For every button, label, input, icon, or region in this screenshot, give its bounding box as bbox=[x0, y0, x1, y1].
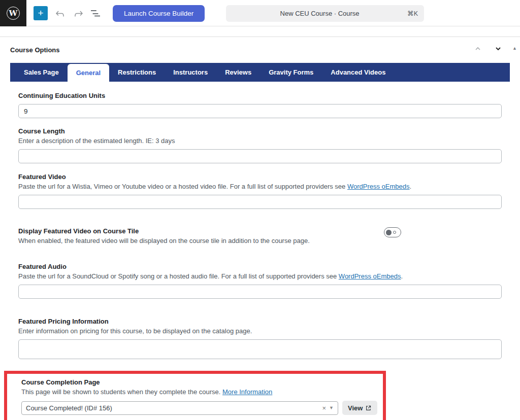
course-completion-select[interactable]: Course Completed! (ID# 156) × ▼ bbox=[21, 401, 338, 415]
wordpress-oembeds-link[interactable]: WordPress oEmbeds bbox=[339, 272, 401, 280]
featured-audio-desc-text: Paste the url for a SoundCloud or Spotif… bbox=[18, 272, 339, 280]
field-course-completion-page: Course Completion Page This page will be… bbox=[21, 378, 383, 415]
featured-pricing-input[interactable] bbox=[18, 339, 502, 359]
tab-gravity-forms[interactable]: Gravity Forms bbox=[260, 63, 322, 82]
external-link-icon bbox=[365, 405, 372, 411]
general-tab-content: Continuing Education Units Course Length… bbox=[0, 82, 520, 420]
scroll-up-arrow-icon[interactable]: ▲ bbox=[512, 46, 517, 51]
featured-audio-desc-period: . bbox=[401, 272, 403, 280]
list-view-button[interactable] bbox=[89, 8, 102, 20]
ceu-input[interactable] bbox=[18, 104, 502, 118]
featured-video-label: Featured Video bbox=[18, 173, 502, 181]
editor-top-bar: W + Launch Course Builder New CEU Course… bbox=[0, 0, 520, 26]
document-title: New CEU Course · Course bbox=[232, 10, 407, 17]
featured-video-desc-period: . bbox=[410, 183, 412, 190]
ceu-label: Continuing Education Units bbox=[18, 92, 502, 100]
display-featured-video-label: Display Featured Video on Course Tile bbox=[18, 227, 502, 235]
featured-audio-input[interactable] bbox=[18, 285, 502, 299]
collapse-panel-button[interactable] bbox=[494, 45, 503, 54]
add-block-button[interactable]: + bbox=[34, 6, 48, 20]
course-completion-desc-text: This page will be shown to students when… bbox=[21, 388, 222, 396]
wordpress-logo-icon: W bbox=[7, 7, 20, 20]
panel-title: Course Options bbox=[10, 46, 60, 54]
launch-course-builder-button[interactable]: Launch Course Builder bbox=[113, 5, 205, 22]
tab-sales-page[interactable]: Sales Page bbox=[15, 63, 68, 82]
course-length-description: Enter a description of the estimated len… bbox=[18, 137, 502, 145]
redo-button[interactable] bbox=[73, 8, 85, 20]
view-page-button[interactable]: View bbox=[342, 401, 377, 415]
more-information-link[interactable]: More Information bbox=[222, 388, 272, 396]
field-featured-audio: Featured Audio Paste the url for a Sound… bbox=[18, 263, 502, 299]
featured-audio-label: Featured Audio bbox=[18, 263, 502, 271]
field-featured-video: Featured Video Paste the url for a Wisti… bbox=[18, 173, 502, 209]
field-course-length: Course Length Enter a description of the… bbox=[18, 127, 502, 163]
command-palette[interactable]: New CEU Course · Course ⌘K bbox=[226, 5, 424, 22]
course-length-label: Course Length bbox=[18, 127, 502, 135]
undo-icon bbox=[54, 14, 66, 21]
toggle-dot-icon bbox=[393, 231, 396, 234]
toggle-knob-icon bbox=[386, 230, 392, 235]
featured-video-desc-text: Paste the url for a Wistia, Vimeo or You… bbox=[18, 183, 347, 190]
wordpress-oembeds-link[interactable]: WordPress oEmbeds bbox=[347, 183, 410, 190]
panel-header: Course Options ▲ bbox=[0, 37, 520, 63]
display-featured-video-description: When enabled, the featured video will be… bbox=[18, 237, 502, 245]
featured-video-input[interactable] bbox=[18, 195, 502, 209]
chevron-down-icon bbox=[494, 45, 502, 53]
chevron-up-icon bbox=[474, 45, 482, 53]
redo-icon bbox=[73, 8, 85, 21]
list-view-icon bbox=[89, 14, 102, 21]
tab-advanced-videos[interactable]: Advanced Videos bbox=[322, 63, 394, 82]
dropdown-arrow-icon[interactable]: ▼ bbox=[329, 405, 334, 410]
featured-pricing-label: Featured Pricing Information bbox=[18, 318, 502, 326]
course-completion-label: Course Completion Page bbox=[21, 378, 383, 387]
tab-instructors[interactable]: Instructors bbox=[165, 63, 216, 82]
featured-pricing-description: Enter information on pricing for this co… bbox=[18, 327, 502, 335]
tab-restrictions[interactable]: Restrictions bbox=[109, 63, 165, 82]
wordpress-logo[interactable]: W bbox=[0, 0, 26, 26]
display-featured-video-toggle[interactable] bbox=[384, 227, 401, 237]
field-display-featured-video: Display Featured Video on Course Tile Wh… bbox=[18, 227, 502, 245]
featured-audio-description: Paste the url for a SoundCloud or Spotif… bbox=[18, 272, 502, 281]
selected-page-value: Course Completed! (ID# 156) bbox=[26, 404, 319, 412]
move-panel-up-button[interactable] bbox=[473, 45, 482, 54]
featured-video-description: Paste the url for a Wistia, Vimeo or You… bbox=[18, 183, 502, 191]
clear-selection-icon[interactable]: × bbox=[319, 404, 329, 412]
command-shortcut: ⌘K bbox=[407, 10, 418, 17]
course-completion-controls: Course Completed! (ID# 156) × ▼ View bbox=[21, 401, 383, 415]
view-button-label: View bbox=[348, 404, 363, 412]
highlight-annotation-box: Course Completion Page This page will be… bbox=[4, 371, 386, 420]
field-featured-pricing: Featured Pricing Information Enter infor… bbox=[18, 318, 502, 359]
undo-button[interactable] bbox=[54, 8, 66, 20]
tab-general[interactable]: General bbox=[68, 64, 109, 82]
tab-reviews[interactable]: Reviews bbox=[216, 63, 260, 82]
course-completion-description: This page will be shown to students when… bbox=[21, 388, 383, 396]
course-options-panel: Course Options ▲ Sales Page General Rest… bbox=[0, 37, 520, 420]
canvas-gap bbox=[0, 26, 520, 37]
course-length-input[interactable] bbox=[18, 149, 502, 163]
course-options-tab-bar: Sales Page General Restrictions Instruct… bbox=[10, 63, 510, 82]
field-continuing-education-units: Continuing Education Units bbox=[18, 92, 502, 118]
